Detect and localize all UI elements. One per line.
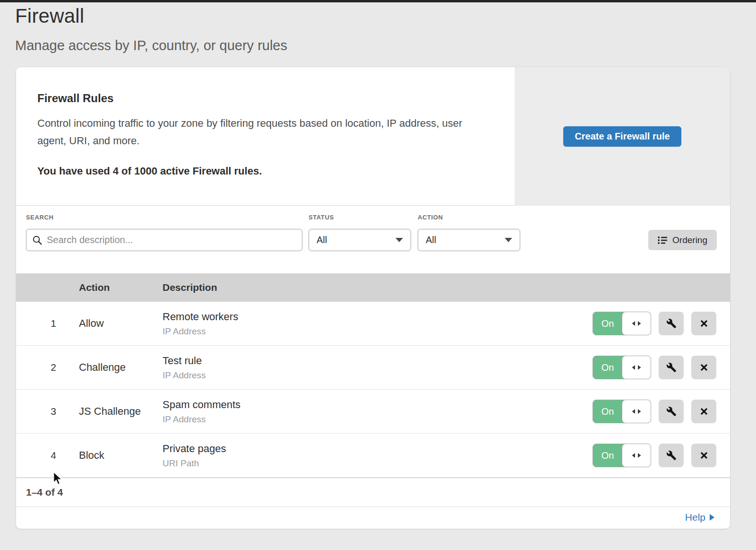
rule-description-cell: Remote workers IP Address <box>163 311 238 337</box>
search-box <box>26 229 302 251</box>
rule-match-type: URI Path <box>163 458 226 469</box>
close-icon <box>699 451 709 460</box>
configure-rule-button[interactable] <box>659 400 684 423</box>
ordering-button-label: Ordering <box>672 235 707 245</box>
intro-text-block: Firewall Rules Control incoming traffic … <box>37 67 510 205</box>
column-header-description: Description <box>163 282 217 293</box>
toggle-on-label: On <box>593 356 622 379</box>
delete-rule-button[interactable] <box>691 400 716 423</box>
help-link[interactable]: Help <box>685 512 705 523</box>
rule-description: Test rule <box>163 355 206 367</box>
delete-rule-button[interactable] <box>691 444 716 467</box>
rule-description-cell: Test rule IP Address <box>163 355 206 381</box>
rule-description: Spam comments <box>163 399 241 411</box>
chevron-down-icon <box>505 238 512 242</box>
rule-controls: On <box>593 400 716 423</box>
ordered-list-icon <box>658 236 668 244</box>
page-title: Firewall <box>15 5 84 27</box>
create-rule-panel: Create a Firewall rule <box>515 67 730 206</box>
toggle-handle[interactable] <box>622 444 651 467</box>
window-top-edge <box>0 0 756 2</box>
help-arrow-icon <box>710 514 714 521</box>
wrench-icon <box>666 406 677 417</box>
help-row: Help <box>16 507 730 527</box>
toggle-handle[interactable] <box>622 356 651 379</box>
rule-description: Remote workers <box>163 311 238 323</box>
status-select-value: All <box>317 235 327 245</box>
action-label: ACTION <box>418 214 443 221</box>
rule-number: 4 <box>28 450 56 461</box>
rule-action: Block <box>79 449 104 462</box>
chevron-down-icon <box>395 238 403 242</box>
wrench-icon <box>666 318 677 329</box>
action-select[interactable]: All <box>418 229 520 251</box>
rule-match-type: IP Address <box>163 326 238 337</box>
rule-status-toggle[interactable]: On <box>593 356 651 379</box>
toggle-handle[interactable] <box>622 312 651 335</box>
left-right-arrows-icon <box>631 408 642 415</box>
page-subtitle: Manage access by IP, country, or query r… <box>15 38 287 53</box>
toggle-handle[interactable] <box>622 400 651 423</box>
toggle-on-label: On <box>593 312 622 335</box>
left-right-arrows-icon <box>631 364 642 371</box>
search-icon <box>32 235 43 245</box>
left-right-arrows-icon <box>631 452 642 459</box>
search-label: SEARCH <box>26 214 54 221</box>
delete-rule-button[interactable] <box>691 356 716 379</box>
wrench-icon <box>666 362 677 373</box>
configure-rule-button[interactable] <box>659 444 684 467</box>
table-row: 3 JS Challenge Spam comments IP Address … <box>16 390 730 434</box>
delete-rule-button[interactable] <box>691 312 716 335</box>
pagination-row: 1–4 of 4 <box>16 478 730 507</box>
search-input[interactable] <box>47 235 296 245</box>
table-row: 2 Challenge Test rule IP Address On <box>16 346 730 390</box>
rule-status-toggle[interactable]: On <box>593 312 651 335</box>
firewall-rules-card: Firewall Rules Control incoming traffic … <box>16 67 730 529</box>
firewall-rules-intro: Firewall Rules Control incoming traffic … <box>16 67 730 206</box>
configure-rule-button[interactable] <box>659 356 684 379</box>
ordering-button[interactable]: Ordering <box>648 230 717 250</box>
rule-action: Allow <box>79 317 104 330</box>
close-icon <box>699 319 709 328</box>
rule-number: 3 <box>28 406 56 417</box>
rule-number: 1 <box>28 318 56 329</box>
rule-status-toggle[interactable]: On <box>593 400 651 423</box>
close-icon <box>699 363 709 372</box>
rule-status-toggle[interactable]: On <box>593 444 651 467</box>
rule-number: 2 <box>28 362 56 373</box>
rule-match-type: IP Address <box>163 370 206 381</box>
rule-controls: On <box>593 312 716 335</box>
toggle-on-label: On <box>593 444 622 467</box>
status-select[interactable]: All <box>309 229 411 251</box>
toggle-on-label: On <box>593 400 622 423</box>
rule-match-type: IP Address <box>163 414 241 425</box>
section-description: Control incoming traffic to your zone by… <box>37 114 484 149</box>
table-row: 1 Allow Remote workers IP Address On <box>16 302 730 346</box>
filter-bar: SEARCH STATUS All ACTION All <box>16 206 730 273</box>
table-row: 4 Block Private pages URI Path On <box>16 434 730 478</box>
create-firewall-rule-button[interactable]: Create a Firewall rule <box>563 126 681 147</box>
pagination-summary: 1–4 of 4 <box>26 487 63 498</box>
rule-description-cell: Private pages URI Path <box>163 443 226 469</box>
wrench-icon <box>666 450 677 461</box>
rule-controls: On <box>593 444 716 467</box>
rule-controls: On <box>593 356 716 379</box>
rule-description-cell: Spam comments IP Address <box>163 399 241 425</box>
rule-action: JS Challenge <box>79 405 141 418</box>
left-right-arrows-icon <box>631 320 642 327</box>
column-header-action: Action <box>79 282 110 293</box>
usage-summary: You have used 4 of 1000 active Firewall … <box>37 165 262 177</box>
action-select-value: All <box>426 235 436 245</box>
section-heading: Firewall Rules <box>37 92 113 105</box>
close-icon <box>699 407 709 416</box>
table-header: Action Description <box>16 273 730 302</box>
configure-rule-button[interactable] <box>659 312 684 335</box>
rule-description: Private pages <box>163 443 226 455</box>
status-label: STATUS <box>309 214 334 221</box>
rule-action: Challenge <box>79 361 126 374</box>
